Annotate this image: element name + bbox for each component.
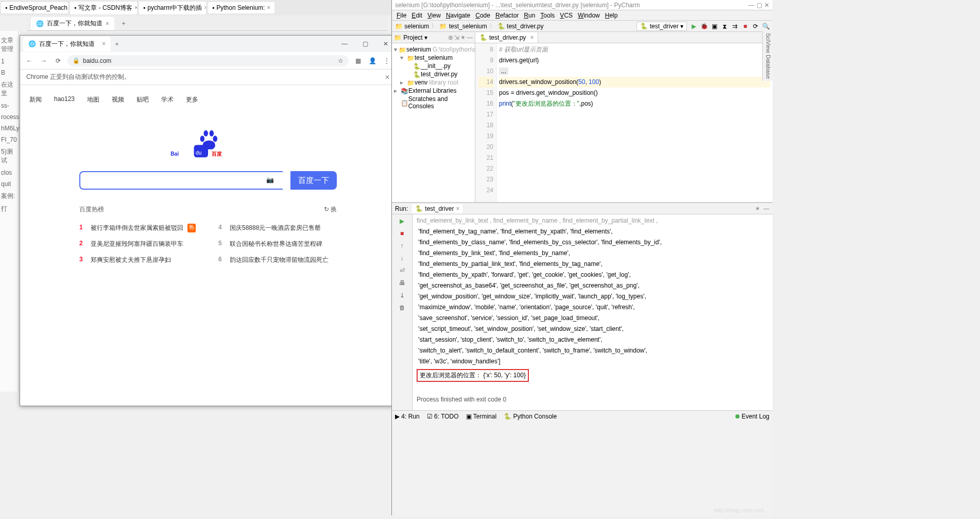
hotlist-item[interactable]: 3郑爽安慰被丈夫推下悬崖孕妇	[79, 252, 198, 268]
hotlist-item[interactable]: 1被行李箱绊倒去世家属索赔被驳回热	[79, 220, 198, 236]
star-icon[interactable]: ☆	[338, 57, 343, 64]
hotlist-item[interactable]: 6韵达回应数千只宠物滞留物流园死亡	[218, 252, 337, 268]
close-icon[interactable]: ×	[530, 34, 534, 41]
tree-node[interactable]: ▾📁test_selenium	[394, 54, 473, 62]
run-config-dropdown[interactable]: 🐍 test_driver ▾	[637, 22, 687, 31]
run-output[interactable]: find_element_by_link_text , find_element…	[412, 214, 772, 410]
target-icon[interactable]: ⊕	[448, 34, 453, 41]
menu-item[interactable]: File	[395, 12, 408, 19]
baidu-nav-link[interactable]: 更多	[186, 95, 198, 104]
bg-tab[interactable]: ▪Python Selenium:×	[208, 2, 274, 13]
baidu-nav-link[interactable]: 贴吧	[136, 95, 149, 104]
close-icon[interactable]: ✕	[764, 2, 769, 9]
print-icon[interactable]: 🖶	[399, 279, 405, 287]
stop-icon[interactable]: ■	[742, 23, 749, 30]
stop-icon[interactable]: ■	[400, 230, 404, 237]
gear-icon[interactable]: ✶	[755, 205, 760, 212]
run-tab[interactable]: 🐍 test_driver ×	[412, 204, 462, 213]
baidu-nav-link[interactable]: 新闻	[29, 95, 42, 104]
tree-node[interactable]: 🐍__init__.py	[394, 62, 473, 70]
crumb-pkg[interactable]: 📁 test_selenium	[439, 23, 487, 30]
tree-node[interactable]: ▾📁selenium G:\tool\python\se	[394, 45, 473, 54]
menu-item[interactable]: Edit	[410, 12, 424, 19]
close-icon[interactable]: ×	[204, 4, 206, 11]
profile-icon[interactable]: ⧗	[721, 23, 728, 30]
right-toolwindow-tabs[interactable]: SciView Database	[762, 31, 772, 81]
debug-icon[interactable]: 🐞	[700, 23, 708, 30]
update-icon[interactable]: ⟳	[752, 23, 759, 30]
baidu-nav-link[interactable]: 地图	[87, 95, 99, 104]
extension-icon[interactable]: ▦	[353, 56, 363, 66]
bg-tab[interactable]: ▪写文章 - CSDN博客×	[70, 2, 137, 14]
code-area[interactable]: 89101112131415161718192021222324 # 获取url…	[475, 43, 772, 202]
new-tab-button[interactable]: ＋	[117, 18, 130, 30]
code-lines[interactable]: # 获取url显示页面drivers.get(url)...drivers.se…	[497, 43, 772, 202]
baidu-nav-link[interactable]: 视频	[112, 95, 124, 104]
export-icon[interactable]: ⤓	[400, 292, 405, 299]
tree-node[interactable]: ▸📚External Libraries	[394, 87, 473, 95]
search-icon[interactable]: 🔍	[762, 23, 769, 30]
project-tab[interactable]: 📁 Project ▾	[394, 34, 427, 41]
close-icon[interactable]: ×	[102, 40, 106, 47]
tree-node[interactable]: ▸📁venv library root	[394, 78, 473, 87]
event-log[interactable]: Event Log	[735, 413, 769, 420]
toolwin-pyconsole[interactable]: 🐍 Python Console	[504, 413, 557, 420]
menu-item[interactable]: View	[426, 12, 442, 19]
baidu-nav-link[interactable]: 学术	[161, 95, 174, 104]
menu-item[interactable]: VCS	[558, 12, 574, 19]
coverage-icon[interactable]: ▣	[711, 23, 718, 30]
menu-item[interactable]: Navigate	[444, 12, 472, 19]
hotlist-swap[interactable]: ↻ 换	[324, 205, 337, 214]
run-icon[interactable]: ▶	[690, 23, 697, 30]
minimize-icon[interactable]: —	[334, 36, 355, 52]
toolwin-run[interactable]: ▶ 4: Run	[395, 413, 420, 420]
tree-node[interactable]: 🐍test_driver.py	[394, 70, 473, 78]
url-bar[interactable]: 🔒 baidu.com ☆	[67, 55, 349, 66]
minimize-icon[interactable]: —	[748, 2, 754, 9]
profile-icon[interactable]: 👤	[367, 56, 377, 66]
tree-node[interactable]: 📋Scratches and Consoles	[394, 95, 473, 110]
bg-tab[interactable]: ▪EndiveSprout_Peach×	[1, 2, 68, 13]
back-icon[interactable]: ←	[24, 56, 35, 66]
menu-item[interactable]: Refactor	[494, 12, 520, 19]
maximize-icon[interactable]: ▢	[355, 36, 375, 52]
hide-icon[interactable]: —	[763, 205, 769, 212]
menu-item[interactable]: Run	[522, 12, 537, 19]
hotlist-item[interactable]: 5联合国秘书长称世界达痛苦里程碑	[218, 236, 337, 252]
collapse-icon[interactable]: ⇲	[454, 34, 459, 41]
search-input[interactable]	[79, 171, 283, 190]
hotlist-item[interactable]: 2亚美尼亚摧毁阿塞拜疆百辆装甲车	[79, 236, 198, 252]
search-button[interactable]: 百度一下	[290, 171, 337, 190]
menu-item[interactable]: Help	[604, 12, 620, 19]
close-icon[interactable]: ✕	[385, 74, 390, 81]
baidu-nav-link[interactable]: hao123	[54, 95, 75, 104]
close-icon[interactable]: ×	[267, 4, 270, 11]
maximize-icon[interactable]: ▢	[757, 2, 762, 9]
wrap-icon[interactable]: ⏎	[400, 267, 405, 274]
down-icon[interactable]: ↓	[401, 255, 404, 262]
chrome-tab[interactable]: 🌐 百度一下，你就知道 ×	[23, 37, 111, 52]
forward-icon[interactable]: →	[39, 56, 49, 66]
menu-item[interactable]: Window	[576, 12, 601, 19]
toolwin-terminal[interactable]: ▣ Terminal	[466, 413, 496, 420]
up-icon[interactable]: ↑	[401, 242, 404, 249]
gear-icon[interactable]: ✶	[460, 34, 466, 41]
hotlist-item[interactable]: 4国庆58888元一晚酒店套房已售罄	[218, 220, 337, 236]
menu-item[interactable]: Code	[474, 12, 492, 19]
bg-inner-tab[interactable]: 🌐 百度一下，你就知道 ×	[31, 17, 114, 30]
new-tab-button[interactable]: ＋	[111, 40, 123, 48]
editor-tab[interactable]: 🐍 test_driver.py ×	[475, 32, 538, 43]
bg-tab[interactable]: ▪pycharm中下载的插×	[139, 2, 206, 14]
reload-icon[interactable]: ⟳	[53, 56, 63, 66]
close-icon[interactable]: ×	[134, 4, 137, 11]
camera-icon[interactable]: 📷	[266, 176, 274, 195]
crumb-root[interactable]: 📁 selenium	[395, 23, 429, 30]
concurrency-icon[interactable]: ⇉	[731, 23, 738, 30]
hide-icon[interactable]: —	[467, 34, 473, 41]
menu-item[interactable]: Tools	[539, 12, 556, 19]
toolwin-todo[interactable]: ☑ 6: TODO	[427, 413, 459, 420]
crumb-file[interactable]: 🐍 test_driver.py	[497, 23, 544, 30]
menu-icon[interactable]: ⋮	[382, 56, 392, 66]
trash-icon[interactable]: 🗑	[399, 304, 405, 311]
close-icon[interactable]: ×	[106, 20, 109, 27]
